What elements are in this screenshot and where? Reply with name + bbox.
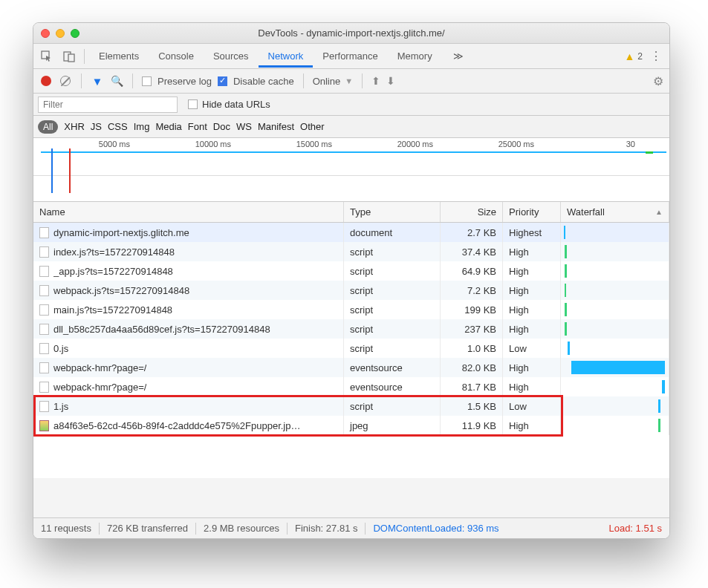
request-priority: Low bbox=[503, 396, 561, 416]
tab-performance[interactable]: Performance bbox=[313, 45, 387, 68]
table-headers: Name Type Size Priority Waterfall▲ bbox=[33, 202, 669, 223]
load-marker bbox=[69, 148, 71, 193]
clear-button[interactable] bbox=[59, 74, 72, 88]
type-filter-ws[interactable]: WS bbox=[236, 121, 252, 132]
waterfall-cell bbox=[561, 300, 669, 319]
preserve-log-label: Preserve log bbox=[157, 76, 212, 87]
request-size: 199 KB bbox=[441, 300, 503, 319]
header-size[interactable]: Size bbox=[441, 202, 503, 222]
header-name[interactable]: Name bbox=[33, 202, 344, 222]
tab-memory[interactable]: Memory bbox=[388, 45, 442, 68]
type-filter-manifest[interactable]: Manifest bbox=[258, 121, 294, 132]
table-row[interactable]: _app.js?ts=1572270914848script64.9 KBHig… bbox=[33, 261, 669, 281]
waterfall-bar bbox=[565, 264, 567, 278]
table-row[interactable]: 0.jsscript1.0 KBLow bbox=[33, 339, 669, 358]
waterfall-bar bbox=[564, 226, 565, 239]
file-icon bbox=[39, 227, 49, 238]
upload-icon[interactable]: ⬆ bbox=[371, 75, 380, 87]
waterfall-cell bbox=[561, 223, 669, 242]
request-name: main.js?ts=1572270914848 bbox=[53, 304, 172, 316]
status-bar: 11 requests 726 KB transferred 2.9 MB re… bbox=[33, 517, 669, 538]
record-button[interactable] bbox=[39, 74, 53, 88]
request-type: script bbox=[344, 281, 441, 300]
header-priority[interactable]: Priority bbox=[503, 202, 561, 222]
file-icon bbox=[39, 304, 49, 316]
devtools-window: DevTools - dynamic-import-nextjs.glitch.… bbox=[33, 22, 670, 539]
type-filter-img[interactable]: Img bbox=[134, 121, 150, 132]
filter-input[interactable] bbox=[38, 97, 178, 113]
waterfall-bar bbox=[662, 380, 665, 393]
request-type: script bbox=[344, 300, 441, 319]
timeline-overview[interactable]: 5000 ms10000 ms15000 ms20000 ms25000 ms3… bbox=[33, 138, 669, 202]
download-icon[interactable]: ⬇ bbox=[386, 75, 395, 87]
request-name: webpack.js?ts=1572270914848 bbox=[53, 285, 189, 296]
request-type: script bbox=[344, 261, 441, 281]
preserve-log-checkbox[interactable] bbox=[142, 76, 152, 86]
request-priority: High bbox=[503, 319, 561, 339]
file-icon bbox=[39, 266, 49, 277]
type-filter-all[interactable]: All bbox=[38, 120, 58, 134]
divider bbox=[362, 74, 363, 88]
warning-icon: ▲ bbox=[624, 50, 634, 62]
type-filter-font[interactable]: Font bbox=[188, 121, 207, 132]
request-type: document bbox=[344, 223, 441, 242]
type-filter-media[interactable]: Media bbox=[155, 121, 181, 132]
kebab-menu[interactable]: ⋮ bbox=[650, 49, 662, 63]
type-filter-js[interactable]: JS bbox=[91, 121, 102, 132]
file-icon bbox=[39, 246, 49, 258]
disable-cache-checkbox[interactable] bbox=[218, 76, 227, 86]
request-priority: High bbox=[503, 281, 561, 300]
table-row[interactable]: webpack-hmr?page=/eventsource81.7 KBHigh bbox=[33, 377, 669, 396]
table-row[interactable]: webpack-hmr?page=/eventsource82.0 KBHigh bbox=[33, 358, 669, 377]
request-size: 1.5 KB bbox=[441, 396, 503, 416]
header-waterfall[interactable]: Waterfall▲ bbox=[561, 202, 669, 222]
table-row[interactable]: dll_b58c257da4aa56d89cef.js?ts=157227091… bbox=[33, 319, 669, 339]
timeline-tick: 15000 ms bbox=[236, 140, 337, 148]
type-filter-bar: AllXHRJSCSSImgMediaFontDocWSManifestOthe… bbox=[33, 116, 669, 138]
type-filter-other[interactable]: Other bbox=[300, 121, 325, 132]
type-filter-css[interactable]: CSS bbox=[108, 121, 128, 132]
type-filter-doc[interactable]: Doc bbox=[213, 121, 230, 132]
filter-icon[interactable]: ▼ bbox=[91, 74, 104, 88]
titlebar: DevTools - dynamic-import-nextjs.glitch.… bbox=[33, 23, 669, 44]
table-row[interactable]: index.js?ts=1572270914848script37.4 KBHi… bbox=[33, 242, 669, 261]
tab-network[interactable]: Network bbox=[259, 45, 314, 68]
tab-console[interactable]: Console bbox=[149, 45, 204, 68]
timeline-tick: 25000 ms bbox=[438, 140, 539, 148]
status-transferred: 726 KB transferred bbox=[107, 523, 188, 534]
waterfall-cell bbox=[561, 242, 669, 261]
table-row[interactable]: 1.jsscript1.5 KBLow bbox=[33, 396, 669, 416]
file-icon bbox=[39, 324, 49, 335]
waterfall-cell bbox=[561, 281, 669, 300]
divider bbox=[81, 74, 82, 88]
tab-sources[interactable]: Sources bbox=[204, 45, 259, 68]
tab-elements[interactable]: Elements bbox=[89, 45, 149, 68]
gear-icon[interactable]: ⚙ bbox=[653, 74, 663, 88]
timeline-tick: 5000 ms bbox=[33, 140, 134, 148]
table-row[interactable]: dynamic-import-nextjs.glitch.medocument2… bbox=[33, 223, 669, 242]
waterfall-cell bbox=[561, 416, 669, 435]
warning-badge[interactable]: ▲2 bbox=[624, 50, 643, 62]
table-row[interactable]: a84f63e5-62cd-456b-89f4-c2adddc4e575%2Fp… bbox=[33, 416, 669, 435]
device-icon[interactable] bbox=[59, 47, 79, 66]
tab-overflow[interactable]: ≫ bbox=[444, 45, 473, 68]
inspect-icon[interactable] bbox=[36, 47, 57, 66]
timeline-tick: 10000 ms bbox=[134, 140, 236, 148]
sort-icon: ▲ bbox=[655, 208, 663, 216]
request-size: 237 KB bbox=[441, 319, 503, 339]
search-icon[interactable]: 🔍 bbox=[110, 74, 123, 88]
header-type[interactable]: Type bbox=[344, 202, 441, 222]
request-name: _app.js?ts=1572270914848 bbox=[53, 266, 173, 277]
request-table: dynamic-import-nextjs.glitch.medocument2… bbox=[33, 223, 669, 478]
request-type: eventsource bbox=[344, 358, 441, 377]
disable-cache-label: Disable cache bbox=[233, 76, 294, 87]
throttle-value: Online bbox=[313, 76, 341, 87]
waterfall-bar bbox=[565, 322, 567, 336]
throttle-select[interactable]: Online▼ bbox=[313, 76, 353, 87]
file-icon bbox=[39, 285, 49, 296]
hide-data-urls-checkbox[interactable] bbox=[188, 99, 198, 109]
status-resources: 2.9 MB resources bbox=[204, 523, 279, 534]
table-row[interactable]: main.js?ts=1572270914848script199 KBHigh bbox=[33, 300, 669, 319]
type-filter-xhr[interactable]: XHR bbox=[64, 121, 84, 132]
table-row[interactable]: webpack.js?ts=1572270914848script7.2 KBH… bbox=[33, 281, 669, 300]
